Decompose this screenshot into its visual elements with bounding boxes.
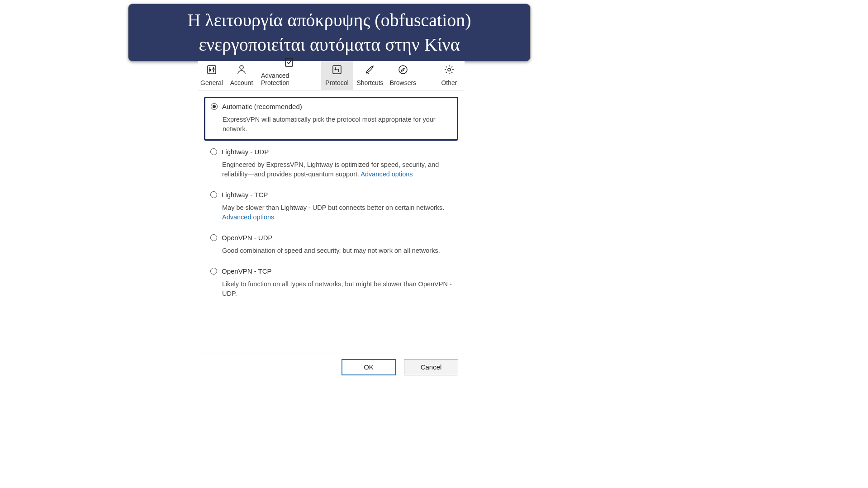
option-desc: Good combination of speed and security, … bbox=[222, 246, 452, 256]
svg-rect-4 bbox=[285, 58, 293, 66]
option-title: Automatic (recommended) bbox=[222, 103, 302, 110]
protocol-option-automatic[interactable]: Automatic (recommended) ExpressVPN will … bbox=[204, 97, 458, 141]
tab-account[interactable]: Account bbox=[226, 61, 257, 90]
tab-label: Protocol bbox=[325, 79, 348, 86]
cancel-button[interactable]: Cancel bbox=[404, 359, 458, 375]
option-desc: Likely to function on all types of netwo… bbox=[222, 280, 452, 298]
protocol-option-openvpn-tcp[interactable]: OpenVPN - TCP Likely to function on all … bbox=[204, 262, 458, 305]
radio-icon[interactable] bbox=[210, 268, 217, 275]
option-head[interactable]: OpenVPN - TCP bbox=[210, 267, 452, 275]
tab-label: Other bbox=[441, 79, 457, 86]
shield-check-icon bbox=[284, 57, 294, 69]
option-desc: ExpressVPN will automatically pick the p… bbox=[223, 115, 451, 134]
option-head[interactable]: OpenVPN - UDP bbox=[210, 234, 452, 242]
tab-label: Advanced Protection bbox=[261, 72, 317, 86]
gear-icon bbox=[444, 64, 455, 76]
tab-protocol[interactable]: Protocol bbox=[321, 61, 353, 90]
advanced-options-link[interactable]: Advanced options bbox=[222, 213, 274, 221]
tab-label: Browsers bbox=[390, 79, 416, 86]
tab-label: General bbox=[200, 79, 223, 86]
option-desc: May be slower than Lightway - UDP but co… bbox=[222, 203, 452, 222]
option-head[interactable]: Automatic (recommended) bbox=[211, 103, 451, 110]
sliders-icon bbox=[206, 64, 217, 76]
svg-point-1 bbox=[209, 69, 210, 71]
compass-icon bbox=[398, 64, 408, 76]
svg-point-3 bbox=[240, 66, 243, 69]
annotation-banner: Η λειτουργία απόκρυψης (obfuscation) ενε… bbox=[128, 4, 531, 62]
dialog-footer: OK Cancel bbox=[198, 354, 465, 380]
transfer-icon bbox=[332, 64, 342, 76]
protocol-option-lightway-udp[interactable]: Lightway - UDP Engineered by ExpressVPN,… bbox=[204, 142, 458, 185]
svg-rect-5 bbox=[333, 66, 341, 74]
ok-button[interactable]: OK bbox=[342, 359, 396, 375]
tab-shortcuts[interactable]: Shortcuts bbox=[353, 61, 387, 90]
settings-tabstrip: General Account Advanced Protection Prot… bbox=[198, 61, 465, 90]
svg-rect-0 bbox=[208, 66, 216, 74]
option-desc: Engineered by ExpressVPN, Lightway is op… bbox=[222, 160, 452, 179]
radio-icon[interactable] bbox=[210, 148, 217, 155]
svg-point-2 bbox=[213, 68, 214, 70]
option-head[interactable]: Lightway - TCP bbox=[210, 191, 452, 199]
radio-icon[interactable] bbox=[210, 234, 217, 241]
tab-other[interactable]: Other bbox=[436, 61, 463, 90]
protocol-options: Automatic (recommended) ExpressVPN will … bbox=[198, 90, 465, 354]
rocket-icon bbox=[365, 64, 375, 76]
option-title: OpenVPN - UDP bbox=[222, 234, 273, 242]
radio-icon[interactable] bbox=[210, 191, 217, 198]
banner-line-1: Η λειτουργία απόκρυψης (obfuscation) bbox=[138, 8, 521, 33]
tab-general[interactable]: General bbox=[198, 61, 226, 90]
option-title: OpenVPN - TCP bbox=[222, 267, 272, 275]
banner-line-2: ενεργοποιείται αυτόματα στην Κίνα bbox=[138, 33, 521, 57]
svg-point-7 bbox=[448, 68, 451, 71]
protocol-option-openvpn-udp[interactable]: OpenVPN - UDP Good combination of speed … bbox=[204, 228, 458, 262]
protocol-option-lightway-tcp[interactable]: Lightway - TCP May be slower than Lightw… bbox=[204, 185, 458, 228]
tab-label: Account bbox=[230, 79, 253, 86]
option-title: Lightway - TCP bbox=[222, 191, 268, 199]
option-title: Lightway - UDP bbox=[222, 148, 269, 156]
radio-icon[interactable] bbox=[211, 103, 218, 110]
advanced-options-link[interactable]: Advanced options bbox=[360, 171, 413, 178]
svg-point-6 bbox=[399, 66, 407, 74]
tab-advanced-protection[interactable]: Advanced Protection bbox=[257, 61, 321, 90]
tab-label: Shortcuts bbox=[356, 79, 383, 86]
option-head[interactable]: Lightway - UDP bbox=[210, 148, 452, 156]
person-icon bbox=[236, 64, 247, 76]
tab-browsers[interactable]: Browsers bbox=[387, 61, 419, 90]
settings-dialog: General Account Advanced Protection Prot… bbox=[198, 61, 465, 380]
